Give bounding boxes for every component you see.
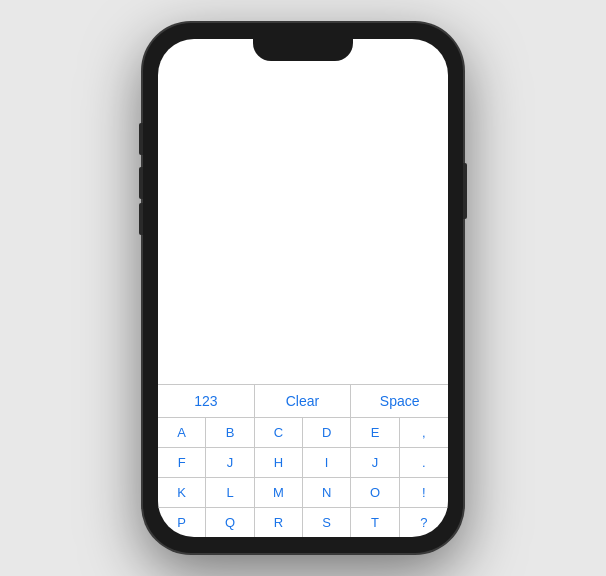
key-period[interactable]: . (400, 448, 448, 477)
keyboard-row-1: A B C D E , (158, 418, 448, 448)
key-comma[interactable]: , (400, 418, 448, 447)
keyboard-row-2: F J H I J . (158, 448, 448, 478)
key-C[interactable]: C (255, 418, 303, 447)
key-question[interactable]: ? (400, 508, 448, 537)
key-R[interactable]: R (255, 508, 303, 537)
num-button[interactable]: 123 (158, 385, 255, 417)
keyboard-area: 123 Clear Space A B C D E , F (158, 384, 448, 537)
key-B[interactable]: B (206, 418, 254, 447)
key-P[interactable]: P (158, 508, 206, 537)
keyboard-row-4: P Q R S T ? (158, 508, 448, 537)
key-S[interactable]: S (303, 508, 351, 537)
key-T[interactable]: T (351, 508, 399, 537)
space-button[interactable]: Space (351, 385, 448, 417)
key-Q[interactable]: Q (206, 508, 254, 537)
key-O[interactable]: O (351, 478, 399, 507)
key-L[interactable]: L (206, 478, 254, 507)
keyboard-top-row: 123 Clear Space (158, 384, 448, 417)
key-J1[interactable]: J (206, 448, 254, 477)
notch (253, 39, 353, 61)
key-D[interactable]: D (303, 418, 351, 447)
key-N[interactable]: N (303, 478, 351, 507)
keyboard-grid: A B C D E , F J H I J . (158, 417, 448, 537)
keyboard-row-3: K L M N O ! (158, 478, 448, 508)
key-H[interactable]: H (255, 448, 303, 477)
screen-content: 123 Clear Space A B C D E , F (158, 39, 448, 537)
key-F[interactable]: F (158, 448, 206, 477)
screen: 123 Clear Space A B C D E , F (158, 39, 448, 537)
key-A[interactable]: A (158, 418, 206, 447)
phone-frame: 123 Clear Space A B C D E , F (143, 23, 463, 553)
key-J2[interactable]: J (351, 448, 399, 477)
key-K[interactable]: K (158, 478, 206, 507)
key-M[interactable]: M (255, 478, 303, 507)
clear-button[interactable]: Clear (255, 385, 352, 417)
key-E[interactable]: E (351, 418, 399, 447)
key-exclaim[interactable]: ! (400, 478, 448, 507)
key-I[interactable]: I (303, 448, 351, 477)
